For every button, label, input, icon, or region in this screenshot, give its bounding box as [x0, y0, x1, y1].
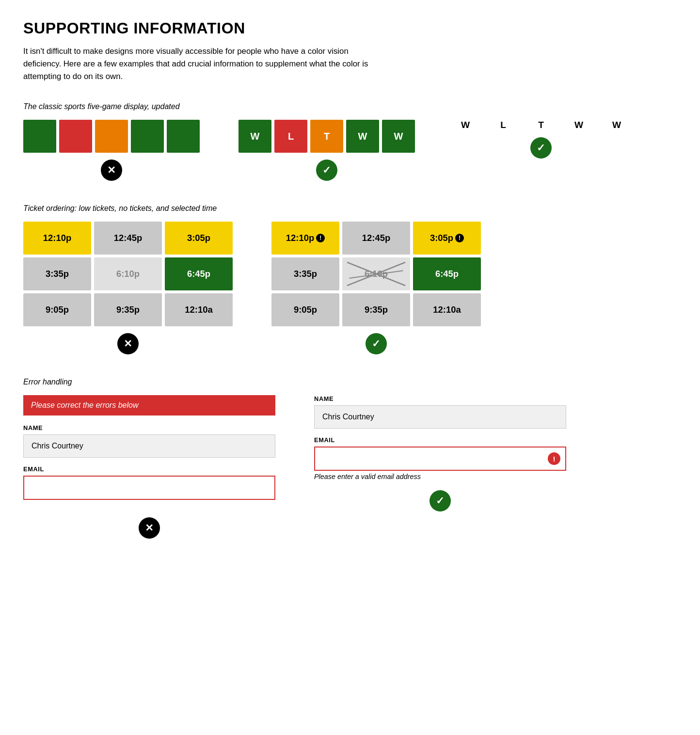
error-forms-row: Please correct the errors below NAME EMA…: [23, 395, 677, 539]
game-box-1-3: [95, 120, 128, 153]
warning-dot-2-1: [316, 234, 325, 242]
sports-col1-badge-row: [101, 160, 122, 181]
ticket-1-3[interactable]: 3:05p: [165, 222, 233, 255]
ticket-1-4[interactable]: 3:35p: [23, 257, 91, 290]
error-banner: Please correct the errors below: [23, 395, 275, 415]
email-error-hint: Please enter a valid email address: [314, 473, 566, 480]
sports-col3-badge-row: [530, 137, 552, 159]
ticket-col1-badge-row: [117, 333, 139, 354]
ticket-2-5-label: 6:10p: [365, 269, 388, 279]
ticket-2-1[interactable]: 12:10p: [271, 222, 339, 255]
ticket-1-7[interactable]: 9:05p: [23, 293, 91, 326]
game-boxes-2: W L T W W: [239, 120, 415, 153]
game-box-1-1: [23, 120, 56, 153]
check-icon-sports-2: [316, 160, 337, 181]
game-box-2-3: T: [310, 120, 343, 153]
sports-col2-badge-row: [316, 160, 337, 181]
ticket-1-6[interactable]: 6:45p: [165, 257, 233, 290]
sports-column-2: W L T W W: [239, 120, 415, 181]
ticket-2-3-label: 3:05p: [430, 233, 453, 243]
x-icon-form-1: [139, 517, 160, 539]
ticket-column-2: 12:10p 12:45p 3:05p 3:35p 6:10p 6:45p: [271, 222, 481, 354]
check-icon-ticket-2: [366, 333, 387, 354]
ticket-2-6[interactable]: 6:45p: [413, 257, 481, 290]
svg-line-1: [347, 262, 405, 286]
name-label-1: NAME: [23, 424, 275, 431]
svg-line-0: [347, 262, 405, 286]
name-input-2[interactable]: [314, 405, 566, 429]
game-text-3-3: T: [529, 120, 553, 130]
game-box-1-5: [167, 120, 200, 153]
game-boxes-1: [23, 120, 200, 153]
ticket-1-2[interactable]: 12:45p: [94, 222, 162, 255]
email-input-2[interactable]: [314, 447, 566, 471]
tickets-section-label: Ticket ordering: low tickets, no tickets…: [23, 204, 677, 213]
email-label-2: EMAIL: [314, 436, 566, 444]
sports-row: W L T W W W L T W W: [23, 120, 677, 181]
ticket-grid-2: 12:10p 12:45p 3:05p 3:35p 6:10p 6:45p: [271, 222, 481, 326]
ticket-grid-1: 12:10p 12:45p 3:05p 3:35p 6:10p 6:45p 9:…: [23, 222, 233, 326]
sports-section-label: The classic sports five-game display, up…: [23, 102, 677, 111]
tickets-section: Ticket ordering: low tickets, no tickets…: [23, 204, 677, 354]
sports-column-1: [23, 120, 200, 181]
ticket-column-1: 12:10p 12:45p 3:05p 3:35p 6:10p 6:45p 9:…: [23, 222, 233, 354]
ticket-row: 12:10p 12:45p 3:05p 3:35p 6:10p 6:45p 9:…: [23, 222, 677, 354]
ticket-2-2[interactable]: 12:45p: [342, 222, 410, 255]
error-form-1: Please correct the errors below NAME EMA…: [23, 395, 275, 539]
game-box-1-4: [131, 120, 164, 153]
ticket-col2-badge-row: [366, 333, 387, 354]
check-icon-form-2: [430, 490, 451, 511]
ticket-2-1-label: 12:10p: [286, 233, 314, 243]
ticket-1-8[interactable]: 9:35p: [94, 293, 162, 326]
email-input-1[interactable]: [23, 476, 275, 500]
game-box-2-5: W: [382, 120, 415, 153]
error-form-2: NAME EMAIL ! Please enter a valid email …: [314, 395, 566, 511]
game-text-3-1: W: [454, 120, 477, 130]
name-input-1[interactable]: [23, 434, 275, 458]
ticket-1-1[interactable]: 12:10p: [23, 222, 91, 255]
intro-paragraph: It isn't difficult to make designs more …: [23, 45, 372, 83]
ticket-2-8[interactable]: 9:35p: [342, 293, 410, 326]
error-section-label: Error handling: [23, 378, 677, 386]
ticket-1-9[interactable]: 12:10a: [165, 293, 233, 326]
ticket-2-7[interactable]: 9:05p: [271, 293, 339, 326]
x-icon-ticket-1: [117, 333, 139, 354]
form1-badge-row: [23, 517, 275, 539]
game-box-2-1: W: [239, 120, 271, 153]
ticket-2-9[interactable]: 12:10a: [413, 293, 481, 326]
sports-column-3: W L T W W: [454, 120, 628, 159]
game-box-2-4: W: [346, 120, 379, 153]
x-icon-sports-1: [101, 160, 122, 181]
ticket-1-5: 6:10p: [94, 257, 162, 290]
error-section: Error handling Please correct the errors…: [23, 378, 677, 539]
email-input-wrapper-2: !: [314, 447, 566, 471]
email-label-1: EMAIL: [23, 465, 275, 473]
game-text-3-5: W: [605, 120, 628, 130]
check-icon-sports-3: [530, 137, 552, 159]
name-label-2: NAME: [314, 395, 566, 402]
email-error-icon-2: !: [548, 452, 560, 465]
ticket-2-4[interactable]: 3:35p: [271, 257, 339, 290]
game-text-row-3: W L T W W: [454, 120, 628, 130]
page-title: SUPPORTING INFORMATION: [23, 19, 677, 37]
ticket-2-3[interactable]: 3:05p: [413, 222, 481, 255]
warning-dot-2-3: [455, 234, 464, 242]
game-box-1-2: [59, 120, 92, 153]
game-text-3-4: W: [567, 120, 590, 130]
sports-section: The classic sports five-game display, up…: [23, 102, 677, 181]
game-box-2-2: L: [274, 120, 307, 153]
form2-badge-row: [314, 490, 566, 511]
game-text-3-2: L: [492, 120, 515, 130]
ticket-2-5: 6:10p: [342, 257, 410, 290]
